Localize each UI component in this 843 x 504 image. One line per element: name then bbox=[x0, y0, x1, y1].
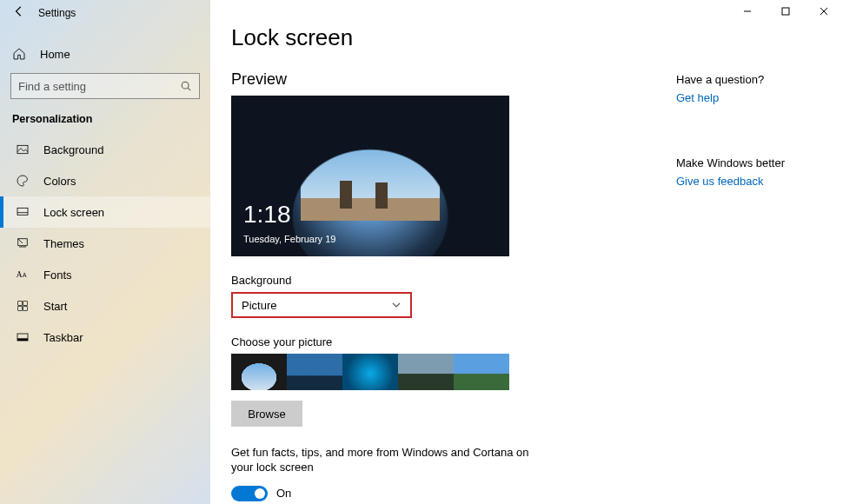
thumbnail[interactable] bbox=[398, 354, 454, 390]
taskbar-icon bbox=[16, 330, 30, 344]
browse-button[interactable]: Browse bbox=[231, 401, 302, 427]
search-field[interactable] bbox=[18, 80, 180, 93]
improve-heading: Make Windows better bbox=[676, 156, 833, 169]
svg-rect-12 bbox=[17, 338, 28, 341]
nav-label: Background bbox=[43, 143, 103, 156]
thumbnail[interactable] bbox=[287, 354, 342, 390]
minimize-button[interactable] bbox=[728, 0, 767, 26]
themes-icon bbox=[16, 236, 30, 250]
thumbnail[interactable] bbox=[454, 354, 509, 390]
page-title: Lock screen bbox=[231, 24, 648, 51]
svg-text:A: A bbox=[23, 272, 27, 278]
back-button[interactable] bbox=[0, 1, 38, 25]
svg-text:A: A bbox=[17, 270, 23, 279]
picture-icon bbox=[16, 143, 30, 156]
picture-thumbnails bbox=[231, 354, 648, 390]
close-icon bbox=[820, 7, 828, 16]
nav-label: Start bbox=[43, 300, 67, 313]
sidebar-item-lock-screen[interactable]: Lock screen bbox=[0, 196, 210, 228]
svg-rect-7 bbox=[18, 302, 23, 306]
home-label: Home bbox=[40, 48, 70, 61]
fun-facts-toggle[interactable] bbox=[231, 486, 268, 501]
preview-date: Tuesday, February 19 bbox=[243, 234, 335, 244]
preview-time: 1:18 bbox=[243, 201, 291, 229]
svg-rect-9 bbox=[18, 307, 23, 311]
preview-heading: Preview bbox=[231, 70, 648, 89]
sidebar-item-start[interactable]: Start bbox=[0, 290, 210, 322]
window-controls bbox=[728, 0, 843, 26]
search-icon bbox=[180, 80, 192, 92]
sidebar: Settings Home Personalization Background… bbox=[0, 0, 210, 504]
nav-label: Colors bbox=[43, 175, 76, 188]
titlebar-left: Settings bbox=[0, 0, 210, 26]
help-question: Have a question? bbox=[676, 73, 833, 86]
section-label: Personalization bbox=[0, 99, 210, 134]
svg-rect-14 bbox=[782, 8, 789, 15]
sidebar-item-colors[interactable]: Colors bbox=[0, 165, 210, 196]
home-icon bbox=[12, 47, 26, 61]
minimize-icon bbox=[743, 7, 752, 16]
svg-rect-2 bbox=[17, 145, 28, 153]
nav-label: Themes bbox=[43, 237, 84, 250]
nav-label: Taskbar bbox=[43, 331, 83, 344]
maximize-icon bbox=[781, 7, 790, 16]
choose-picture-label: Choose your picture bbox=[231, 335, 648, 348]
sidebar-item-background[interactable]: Background bbox=[0, 134, 210, 165]
feedback-link[interactable]: Give us feedback bbox=[676, 175, 833, 188]
svg-rect-10 bbox=[23, 307, 28, 311]
thumbnail[interactable] bbox=[342, 354, 398, 390]
maximize-button[interactable] bbox=[767, 0, 805, 26]
background-label: Background bbox=[231, 274, 648, 287]
lock-screen-preview: 1:18 Tuesday, February 19 bbox=[231, 96, 509, 256]
nav-label: Lock screen bbox=[43, 206, 104, 219]
chevron-down-icon bbox=[391, 300, 402, 310]
background-dropdown[interactable]: Picture bbox=[231, 292, 412, 318]
nav-label: Fonts bbox=[43, 269, 72, 282]
start-icon bbox=[16, 299, 30, 313]
svg-rect-8 bbox=[23, 302, 28, 306]
sidebar-item-home[interactable]: Home bbox=[0, 38, 210, 70]
lock-screen-icon bbox=[16, 205, 30, 219]
get-help-link[interactable]: Get help bbox=[676, 91, 833, 104]
close-button[interactable] bbox=[805, 0, 843, 26]
sidebar-item-fonts[interactable]: AA Fonts bbox=[0, 259, 210, 290]
thumbnail[interactable] bbox=[231, 354, 287, 390]
sidebar-item-taskbar[interactable]: Taskbar bbox=[0, 322, 210, 353]
fun-facts-label: Get fun facts, tips, and more from Windo… bbox=[231, 446, 544, 475]
toggle-state: On bbox=[276, 487, 291, 500]
svg-point-0 bbox=[182, 82, 189, 89]
svg-line-1 bbox=[188, 88, 190, 90]
fonts-icon: AA bbox=[16, 268, 30, 282]
sidebar-item-themes[interactable]: Themes bbox=[0, 228, 210, 259]
palette-icon bbox=[16, 174, 30, 188]
main-area: Lock screen Preview 1:18 Tuesday, Februa… bbox=[210, 0, 843, 504]
dropdown-value: Picture bbox=[242, 299, 276, 312]
search-input[interactable] bbox=[10, 73, 200, 99]
svg-rect-3 bbox=[17, 208, 28, 215]
app-title: Settings bbox=[38, 7, 76, 19]
